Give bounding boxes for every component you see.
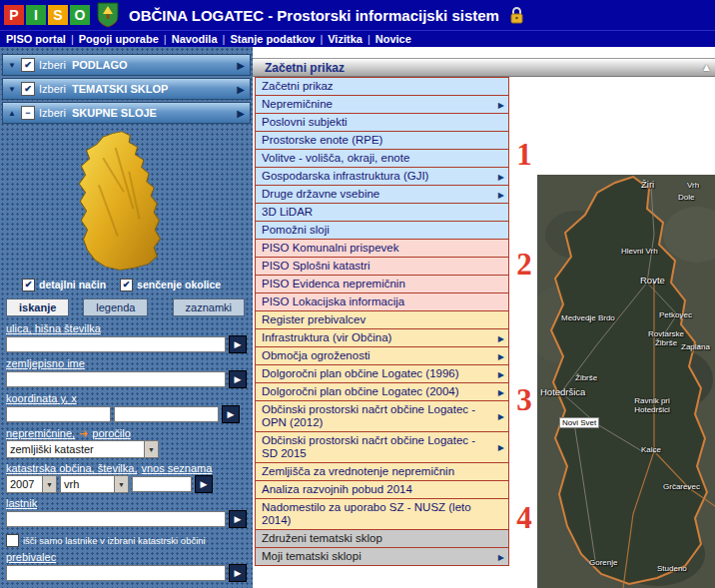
app-title: OBČINA LOGATEC - Prostorski informacijsk… — [129, 7, 499, 24]
menu-item-pomozni-sloji[interactable]: Pomožni sloji — [255, 221, 509, 240]
menu-item-analiza-pobud-2014[interactable]: Analiza razvojnih pobud 2014 — [255, 480, 509, 499]
nav-link-vizitka[interactable]: Vizitka — [328, 33, 362, 45]
menu-item-zacetni-prikaz[interactable]: Začetni prikaz — [255, 77, 509, 96]
coordinate-x-input[interactable] — [114, 406, 219, 422]
report-link[interactable]: poročilo — [92, 427, 131, 439]
menu-item-piso-evidenca-nepremicnin[interactable]: PISO Evidenca nepremičnin — [255, 275, 509, 294]
owner-filter-checkbox[interactable] — [6, 534, 19, 547]
nav-link-navodila[interactable]: Navodila — [172, 33, 218, 45]
submenu-arrow-icon: ▶ — [498, 349, 504, 362]
coordinate-go-button[interactable]: ▶ — [222, 405, 240, 423]
menu-item-piso-splosni-katastri[interactable]: PISO Splošni katastri — [255, 257, 509, 276]
tab-zaznamki[interactable]: zaznamki — [173, 298, 245, 316]
submenu-arrow-icon: ▶ — [498, 550, 504, 563]
menu-item-plan-1996[interactable]: Dolgoročni plan občine Logatec (1996)▶ — [255, 364, 509, 383]
municipality-overview-thumbnail[interactable] — [0, 127, 253, 275]
menu-item-nusz-2014[interactable]: Nadomestilo za uporabo SZ - NUSZ (leto 2… — [255, 498, 509, 530]
lock-icon — [509, 6, 524, 24]
map-label-ravnik: Ravnik pri Hotedršici — [623, 396, 681, 414]
collapse-arrow-icon[interactable]: ▼ — [7, 61, 17, 70]
geoname-search-link[interactable]: zemljepisno ime — [6, 357, 247, 369]
nav-link-piso-portal[interactable]: PISO portal — [6, 33, 66, 45]
menu-item-piso-komunalni-prispevek[interactable]: PISO Komunalni prispevek — [255, 239, 509, 258]
menu-item-obmocja-ogrozenosti[interactable]: Območja ogroženosti▶ — [255, 346, 509, 365]
display-options: ✔ detajlni način ✔ senčenje okolice — [0, 277, 253, 293]
street-go-button[interactable]: ▶ — [229, 335, 247, 353]
piso-logo[interactable]: P I S O — [4, 5, 90, 25]
app-header: P I S O OBČINA LOGATEC - Prostorski info… — [0, 0, 715, 30]
menu-item-moji-tematski-sklopi[interactable]: Moji tematski sklopi▶ — [255, 547, 509, 566]
realestate-link[interactable]: nepremičnine, — [6, 427, 75, 439]
owner-search-link[interactable]: lastnik — [6, 497, 247, 509]
cadastre-type-value: zemljiški kataster — [10, 443, 94, 455]
detajlni-nacin-checkbox[interactable]: ✔ — [22, 279, 35, 292]
menu-item-label: Volitve - volišča, okraji, enote — [262, 152, 409, 164]
menu-item-poslovni-subjekti[interactable]: Poslovni subjekti — [255, 113, 509, 132]
menu-item-volitve[interactable]: Volitve - volišča, okraji, enote — [255, 149, 509, 168]
cadastral-name-select[interactable]: vrh ▼ — [60, 475, 129, 493]
cadastral-search-row: 2007 ▼ vrh ▼ ▶ — [6, 475, 247, 493]
section-checkbox-skupne[interactable]: − — [21, 106, 35, 120]
menu-item-zemljisca-vrednotenje[interactable]: Zemljišča za vrednotenje nepremičnin — [255, 462, 509, 481]
menu-item-label: Moji tematski sklopi — [262, 550, 361, 562]
geoname-go-button[interactable]: ▶ — [229, 370, 247, 388]
menu-item-prostorske-enote[interactable]: Prostorske enote (RPE) — [255, 131, 509, 150]
cadastral-municipality-link[interactable]: katastrska občina, številka, — [6, 462, 137, 474]
street-search-link[interactable]: ulica, hišna številka — [6, 322, 247, 334]
cadastral-code-select[interactable]: 2007 ▼ — [6, 475, 57, 493]
menu-item-opn-2012[interactable]: Občinski prostorski načrt občine Logatec… — [255, 400, 509, 432]
realestate-label-row: nepremičnine, ➜ poročilo — [6, 427, 247, 439]
parcel-number-input[interactable] — [132, 476, 192, 492]
coordinate-search-link[interactable]: koordinata y, x — [6, 392, 247, 404]
expand-arrow-icon[interactable]: ▶ — [237, 84, 245, 95]
section-header-podlago[interactable]: ▼ ✔ Izberi PODLAGO ▶ — [2, 54, 251, 76]
cadastral-name-value: vrh — [64, 478, 79, 490]
menu-item-druge-drzavne-vsebine[interactable]: Druge državne vsebine▶ — [255, 185, 509, 204]
menu-item-sd-2015[interactable]: Občinski prostorski načrt občine Logatec… — [255, 431, 509, 463]
collapse-arrow-icon[interactable]: ▲ — [7, 109, 17, 118]
collapse-arrow-icon[interactable]: ▼ — [7, 85, 17, 94]
menu-item-gji[interactable]: Gospodarska infrastruktura (GJI)▶ — [255, 167, 509, 186]
resident-go-button[interactable]: ▶ — [229, 564, 247, 582]
section-checkbox-tematski[interactable]: ✔ — [21, 82, 35, 96]
tab-legenda[interactable]: legenda — [83, 298, 148, 316]
menu-item-label: Dolgoročni plan občine Logatec (1996) — [262, 367, 459, 379]
resident-search-link[interactable]: prebivalec — [6, 551, 247, 563]
menu-item-zdruzeni-tematski-sklop[interactable]: Združeni tematski sklop — [255, 529, 509, 548]
cadastre-type-select[interactable]: zemljiški kataster ▼ — [6, 440, 159, 458]
menu-item-3d-lidar[interactable]: 3D LiDAR — [255, 203, 509, 222]
list-entry-link[interactable]: vnos seznama — [141, 462, 212, 474]
menu-item-piso-lokacijska-informacija[interactable]: PISO Lokacijska informacija — [255, 293, 509, 311]
section-header-tematski-sklop[interactable]: ▼ ✔ Izberi TEMATSKI SKLOP ▶ — [2, 78, 251, 100]
nav-link-pogoji-uporabe[interactable]: Pogoji uporabe — [79, 33, 159, 45]
owner-input[interactable] — [6, 511, 226, 527]
nav-link-novice[interactable]: Novice — [375, 33, 411, 45]
coordinate-y-input[interactable] — [6, 406, 111, 422]
piso-app: P I S O OBČINA LOGATEC - Prostorski info… — [0, 0, 715, 588]
theme-menu: Začetni prikaz Nepremičnine▶ Poslovni su… — [255, 77, 509, 566]
section-checkbox-podlago[interactable]: ✔ — [21, 58, 35, 72]
section-header-skupne-sloje[interactable]: ▲ − Izberi SKUPNE SLOJE ▶ — [2, 102, 251, 124]
menu-item-register-prebivalcev[interactable]: Register prebivalcev — [255, 310, 509, 329]
owner-go-button[interactable]: ▶ — [229, 510, 247, 528]
nav-link-stanje-podatkov[interactable]: Stanje podatkov — [230, 33, 315, 45]
expand-arrow-icon[interactable]: ▶ — [237, 60, 245, 71]
tab-iskanje[interactable]: iskanje — [6, 298, 69, 316]
geoname-input[interactable] — [6, 371, 226, 387]
scroll-up-icon[interactable]: ▲ — [701, 61, 712, 73]
annotation-number-2: 2 — [510, 249, 538, 280]
sencenje-okolice-label: senčenje okolice — [137, 279, 221, 291]
menu-item-label: PISO Evidenca nepremičnin — [262, 278, 405, 290]
expand-arrow-icon[interactable]: ▶ — [237, 108, 245, 119]
menu-item-nepremicnine[interactable]: Nepremičnine▶ — [255, 95, 509, 114]
resident-input[interactable] — [6, 565, 226, 581]
street-input[interactable] — [6, 336, 226, 352]
menu-item-plan-2004[interactable]: Dolgoročni plan občine Logatec (2004)▶ — [255, 382, 509, 401]
submenu-arrow-icon: ▶ — [498, 98, 504, 111]
menu-item-infrastruktura-obcina[interactable]: Infrastruktura (vir Občina)▶ — [255, 328, 509, 347]
map-canvas[interactable]: Žiri Vrh Dole Hlevni Vrh Rovte Medvedje … — [537, 175, 715, 588]
cadastral-go-button[interactable]: ▶ — [195, 475, 213, 493]
menu-item-label: Analiza razvojnih pobud 2014 — [262, 483, 412, 495]
map-label-medvedje-brdo: Medvedje Brdo — [561, 313, 615, 322]
sencenje-okolice-checkbox[interactable]: ✔ — [120, 279, 133, 292]
